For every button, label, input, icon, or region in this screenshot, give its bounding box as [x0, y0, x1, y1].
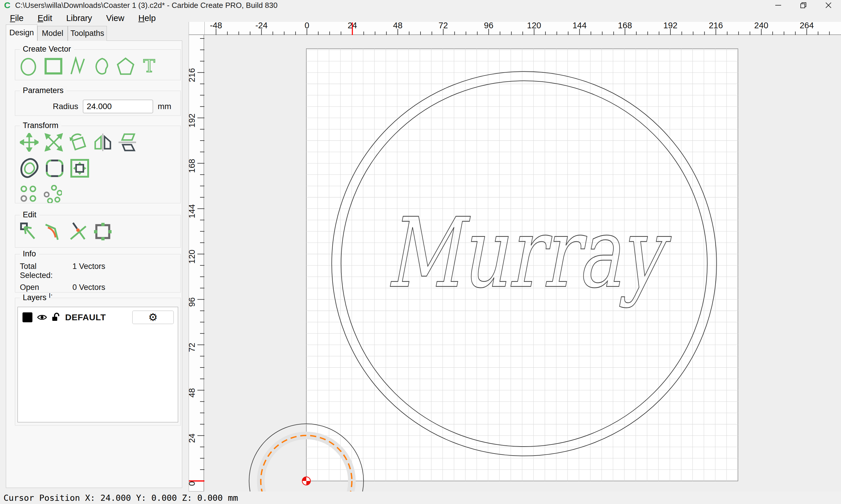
- svg-text:120: 120: [527, 22, 541, 30]
- edit-group: Edit: [15, 215, 181, 248]
- edit-title: Edit: [20, 210, 39, 219]
- scale-tool[interactable]: [45, 133, 63, 152]
- move-tool[interactable]: [20, 133, 38, 152]
- svg-text:48: 48: [189, 388, 196, 398]
- menu-help[interactable]: Help: [132, 12, 163, 25]
- text-tool[interactable]: T: [141, 57, 158, 76]
- trim-to-size-tool[interactable]: [70, 158, 89, 179]
- svg-text:240: 240: [754, 22, 768, 30]
- design-text-vector[interactable]: Murray: [386, 197, 672, 309]
- node-edit-icon: [20, 222, 38, 241]
- menu-file[interactable]: File: [3, 12, 31, 25]
- svg-text:144: 144: [189, 204, 196, 218]
- gear-icon: ⚙: [148, 311, 158, 324]
- layer-name: DEFAULT: [65, 312, 106, 322]
- transform-title: Transform: [20, 121, 61, 130]
- status-bar: Cursor Position X: 24.000 Y: 0.000 Z: 0.…: [0, 491, 841, 504]
- fillet-icon: [45, 222, 63, 241]
- rotate-icon: [69, 133, 88, 152]
- align-tool[interactable]: [118, 133, 137, 152]
- trim-to-size-icon: [70, 158, 89, 179]
- svg-text:-48: -48: [210, 22, 222, 30]
- svg-text:120: 120: [189, 250, 196, 264]
- resize-icon: [93, 222, 112, 241]
- design-panel: Create Vector T: [6, 40, 182, 488]
- svg-text:144: 144: [572, 22, 586, 30]
- svg-text:0: 0: [189, 481, 196, 486]
- tab-design[interactable]: Design: [6, 24, 37, 41]
- app-logo-icon: C: [4, 0, 11, 11]
- text-icon: T: [141, 57, 158, 76]
- svg-text:216: 216: [709, 22, 723, 30]
- left-ruler: 024487296120144168192216: [189, 35, 204, 491]
- svg-text:168: 168: [618, 22, 632, 30]
- polyline-tool[interactable]: [69, 57, 87, 76]
- minimize-button[interactable]: [766, 0, 791, 11]
- left-ruler-scale: 024487296120144168192216: [189, 35, 204, 491]
- layer-color-swatch[interactable]: [22, 312, 32, 322]
- circular-array-tool[interactable]: [44, 185, 62, 203]
- curve-icon: [93, 57, 110, 76]
- offset-tool[interactable]: [20, 158, 39, 179]
- canvas-svg[interactable]: Murray: [204, 35, 841, 491]
- origin-marker: [302, 477, 310, 485]
- linear-array-icon: [20, 185, 38, 203]
- create-vector-title: Create Vector: [20, 44, 74, 54]
- parameters-group: Parameters Radius mm: [15, 91, 181, 116]
- radius-label: Radius: [53, 102, 78, 111]
- info-row: Total Selected:1 Vectors: [20, 262, 181, 280]
- polyline-icon: [69, 57, 87, 76]
- svg-text:-24: -24: [255, 22, 268, 30]
- close-icon: [825, 1, 832, 9]
- top-ruler: -48-24024487296120144168192216240264: [189, 22, 841, 35]
- menu-view[interactable]: View: [99, 12, 131, 25]
- tab-toolpaths[interactable]: Toolpaths: [68, 26, 107, 41]
- layer-unlocked-icon[interactable]: [52, 313, 61, 322]
- svg-text:192: 192: [664, 22, 677, 30]
- round-corners-tool[interactable]: [45, 158, 64, 179]
- minimize-icon: [774, 1, 782, 9]
- trim-vectors-icon: [69, 222, 88, 241]
- top-ruler-scale: -48-24024487296120144168192216240264: [189, 22, 841, 35]
- menu-library[interactable]: Library: [59, 12, 99, 25]
- svg-text:264: 264: [800, 22, 813, 30]
- svg-text:96: 96: [189, 297, 196, 307]
- curve-tool[interactable]: [93, 57, 110, 76]
- svg-text:216: 216: [189, 68, 196, 82]
- rectangle-tool[interactable]: [44, 57, 63, 76]
- maximize-restore-button[interactable]: [791, 0, 816, 11]
- circle-tool[interactable]: [20, 57, 38, 76]
- parameters-title: Parameters: [20, 86, 67, 95]
- layer-settings-button[interactable]: ⚙: [132, 311, 174, 324]
- linear-array-tool[interactable]: [20, 185, 38, 203]
- restore-icon: [800, 1, 807, 9]
- layers-title: Layers: [20, 293, 49, 302]
- svg-text:T: T: [143, 57, 155, 76]
- move-icon: [20, 133, 38, 152]
- resize-tool[interactable]: [93, 222, 112, 241]
- tab-model[interactable]: Model: [37, 26, 68, 41]
- fillet-tool[interactable]: [45, 222, 63, 241]
- node-edit-tool[interactable]: [20, 222, 38, 241]
- info-group: Info Total Selected:1 VectorsOpen Select…: [15, 254, 181, 292]
- layer-list[interactable]: DEFAULT ⚙: [18, 307, 178, 422]
- trim-vectors-tool[interactable]: [69, 222, 88, 241]
- svg-text:0: 0: [305, 22, 309, 30]
- create-vector-group: Create Vector T: [15, 49, 181, 80]
- polygon-tool[interactable]: [116, 57, 135, 76]
- info-label: Total Selected:: [20, 262, 67, 280]
- menu-edit[interactable]: Edit: [31, 12, 59, 25]
- ruler-corner-divider: [204, 22, 205, 35]
- window-title: C:\Users\willa\Downloads\Coaster 1 (3).c…: [15, 1, 278, 10]
- rectangle-icon: [44, 57, 63, 76]
- radius-input[interactable]: [83, 100, 153, 113]
- scale-icon: [45, 133, 63, 152]
- round-corners-icon: [45, 158, 64, 179]
- design-canvas[interactable]: Murray: [204, 35, 841, 491]
- layer-visible-eye-icon[interactable]: [37, 314, 47, 321]
- rotate-tool[interactable]: [69, 133, 88, 152]
- close-button[interactable]: [816, 0, 841, 11]
- mirror-tool[interactable]: [93, 133, 112, 152]
- layer-row[interactable]: DEFAULT ⚙: [18, 307, 178, 324]
- svg-text:72: 72: [189, 343, 196, 352]
